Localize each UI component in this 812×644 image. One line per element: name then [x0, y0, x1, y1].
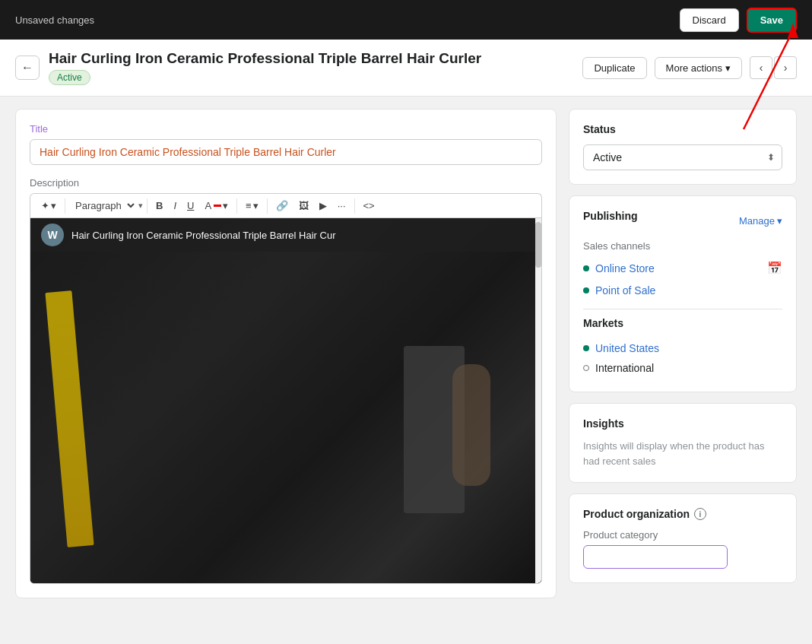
prev-arrow-button[interactable]: ‹ [750, 56, 772, 79]
toolbar-divider-4 [267, 198, 268, 214]
main-layout: Title Description ✦ ▾ Paragraph ▾ [0, 97, 812, 611]
more-actions-label: More actions [666, 62, 722, 74]
hand-shape [452, 364, 490, 486]
color-chevron-icon: ▾ [223, 200, 228, 211]
align-icon: ≡ [246, 200, 252, 211]
page-header-right: Duplicate More actions ▾ ‹ › [582, 56, 797, 79]
scrollbar-thumb [535, 222, 541, 268]
us-market-dot [583, 345, 589, 351]
bold-button[interactable]: B [151, 197, 167, 214]
code-button[interactable]: <> [359, 197, 379, 214]
avatar: W [41, 224, 64, 246]
online-store-dot [583, 265, 589, 271]
back-button[interactable]: ← [15, 56, 40, 80]
toolbar-divider-1 [65, 198, 65, 214]
status-select-wrapper: Active Draft Archived [583, 144, 782, 170]
video-button[interactable]: ▶ [315, 197, 331, 214]
publishing-header: Publishing Manage ▾ [583, 210, 782, 231]
product-org-card: Product organization i Product category [569, 493, 797, 583]
page-title-area: Hair Curling Iron Ceramic Professional T… [49, 50, 481, 85]
publishing-title: Publishing [583, 210, 638, 222]
more-actions-button[interactable]: More actions ▾ [655, 57, 742, 79]
video-title: Hair Curling Iron Ceramic Professional T… [71, 230, 336, 241]
video-overlay: W Hair Curling Iron Ceramic Professional… [30, 218, 541, 252]
product-org-header: Product organization i [583, 508, 782, 520]
page-header: ← Hair Curling Iron Ceramic Professional… [0, 40, 812, 97]
paragraph-select[interactable]: Paragraph [69, 197, 137, 214]
info-icon: i [694, 508, 706, 520]
image-button[interactable]: 🖼 [294, 197, 313, 214]
markets-title: Markets [583, 317, 782, 329]
chevron-down-icon: ▾ [725, 62, 731, 74]
editor-area[interactable]: W Hair Curling Iron Ceramic Professional… [30, 217, 542, 584]
image-icon: 🖼 [299, 200, 309, 211]
right-column: Status Active Draft Archived Publishing … [569, 109, 797, 598]
insights-card: Insights Insights will display when the … [569, 403, 797, 483]
category-input[interactable] [583, 545, 728, 569]
publishing-card: Publishing Manage ▾ Sales channels Onlin… [569, 195, 797, 392]
category-input-row [583, 545, 782, 569]
pos-dot [583, 287, 589, 293]
video-thumbnail: W Hair Curling Iron Ceramic Professional… [30, 218, 541, 583]
channel-point-of-sale: Point of Sale [583, 280, 782, 301]
topbar-actions: Discard Save [680, 8, 797, 33]
topbar: Unsaved changes Discard Save [0, 0, 812, 40]
manage-label: Manage [739, 215, 775, 227]
status-select[interactable]: Active Draft Archived [583, 144, 782, 170]
market-us: United States [583, 338, 782, 358]
align-chevron-icon: ▾ [253, 200, 259, 211]
italic-button[interactable]: I [169, 197, 181, 214]
unsaved-changes-label: Unsaved changes [15, 14, 94, 26]
toolbar-divider-2 [147, 198, 147, 214]
editor-scrollbar[interactable] [535, 218, 541, 583]
link-button[interactable]: 🔗 [271, 197, 293, 214]
page-header-left: ← Hair Curling Iron Ceramic Professional… [15, 50, 481, 85]
manage-link[interactable]: Manage ▾ [739, 215, 782, 227]
text-color-icon: A [205, 200, 211, 211]
insights-description: Insights will display when the product h… [583, 439, 782, 468]
underline-button[interactable]: U [182, 197, 198, 214]
color-button[interactable]: A ▾ [200, 197, 233, 214]
video-icon: ▶ [319, 200, 327, 211]
back-arrow-icon: ← [21, 61, 33, 75]
page-title: Hair Curling Iron Ceramic Professional T… [49, 50, 481, 67]
description-label: Description [30, 177, 542, 189]
italic-icon: I [173, 200, 176, 211]
ai-chevron-icon: ▾ [51, 200, 56, 211]
publishing-divider [583, 309, 782, 309]
save-button[interactable]: Save [747, 8, 797, 33]
active-badge: Active [49, 70, 90, 85]
product-category-label: Product category [583, 529, 782, 541]
more-button[interactable]: ··· [333, 197, 350, 214]
align-button[interactable]: ≡ ▾ [241, 197, 263, 214]
title-card: Title Description ✦ ▾ Paragraph ▾ [15, 109, 557, 598]
next-arrow-button[interactable]: › [774, 56, 797, 79]
market-international: International [583, 358, 782, 378]
editor-toolbar: ✦ ▾ Paragraph ▾ B I U A ▾ [30, 193, 542, 217]
us-market-name[interactable]: United States [595, 342, 659, 354]
color-swatch [214, 205, 221, 207]
ai-icon: ✦ [41, 200, 49, 211]
intl-market-dot [583, 365, 589, 371]
duplicate-button[interactable]: Duplicate [582, 57, 646, 79]
intl-market-name[interactable]: International [595, 362, 654, 374]
calendar-icon[interactable]: 📅 [767, 261, 782, 275]
select-chevron-icon: ▾ [138, 201, 143, 211]
discard-button[interactable]: Discard [680, 8, 739, 32]
status-title: Status [583, 123, 782, 135]
toolbar-divider-5 [354, 198, 355, 214]
video-background [30, 218, 541, 583]
left-column: Title Description ✦ ▾ Paragraph ▾ [15, 109, 557, 598]
title-input[interactable] [30, 139, 542, 165]
toolbar-divider-3 [236, 198, 237, 214]
title-field-label: Title [30, 123, 542, 135]
ai-button[interactable]: ✦ ▾ [36, 197, 61, 214]
manage-chevron-icon: ▾ [777, 215, 782, 227]
pos-name[interactable]: Point of Sale [595, 284, 655, 297]
bold-icon: B [156, 200, 163, 211]
nav-arrows: ‹ › [750, 56, 797, 79]
insights-title: Insights [583, 417, 782, 430]
channel-online-store: Online Store 📅 [583, 256, 782, 280]
link-icon: 🔗 [276, 200, 288, 211]
online-store-name[interactable]: Online Store [595, 262, 655, 274]
